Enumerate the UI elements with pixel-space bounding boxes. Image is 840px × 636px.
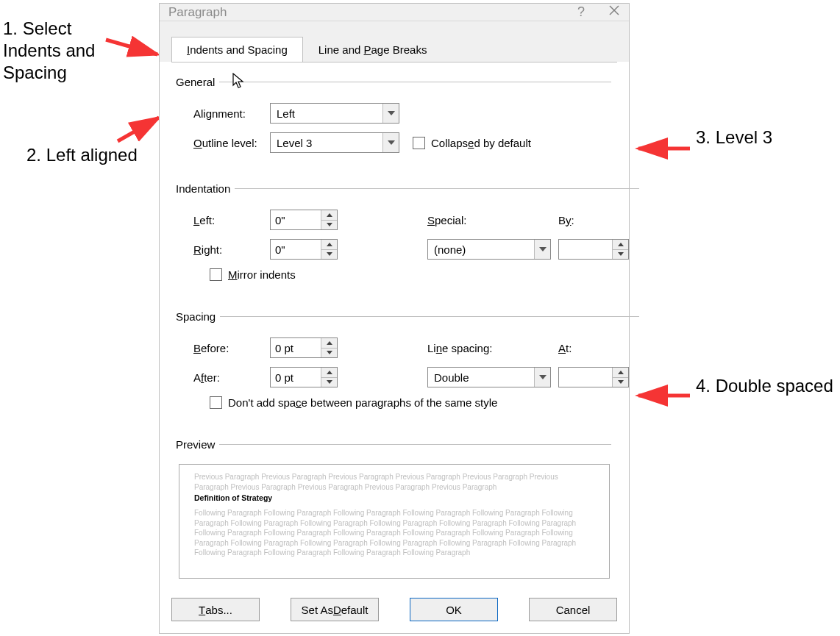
special-combo[interactable]: (none) (427, 239, 551, 260)
set-default-button[interactable]: Set As Default (291, 598, 379, 621)
dialog-title: Paragraph (168, 5, 227, 20)
collapsed-label: Collapsed by default (431, 137, 531, 149)
tab-line-page-breaks[interactable]: Line and Page Breaks (303, 37, 443, 62)
spinner-down-icon[interactable] (321, 250, 337, 260)
mirror-checkbox[interactable]: Mirror indents (210, 268, 296, 281)
tab-row: Indents and Spacing Line and Page Breaks (160, 21, 629, 62)
by-label: By: (558, 214, 574, 226)
special-label: Special: (427, 214, 466, 226)
svg-line-0 (106, 40, 157, 54)
preview-sample-text: Definition of Strategy (194, 493, 594, 502)
help-icon[interactable]: ? (577, 4, 585, 20)
spinner-up-icon[interactable] (321, 210, 337, 221)
outline-combo[interactable]: Level 3 (270, 132, 399, 153)
cancel-button[interactable]: Cancel (529, 598, 617, 621)
annotation-4: 4. Double spaced (696, 375, 833, 397)
indent-left-label: Left: (193, 214, 270, 226)
before-label: Before: (193, 342, 270, 354)
tabs-button[interactable]: Tabs... (171, 598, 260, 621)
line-spacing-combo[interactable]: Double (427, 367, 551, 387)
arrow-3-icon (634, 143, 693, 160)
ok-button[interactable]: OK (410, 598, 498, 621)
tab-indents-spacing[interactable]: Indents and Spacing (171, 37, 303, 62)
special-value: (none) (428, 243, 534, 256)
line-spacing-label: Line spacing: (427, 342, 492, 354)
legend-spacing: Spacing (176, 310, 220, 323)
noaddspace-label: Don't add space between paragraphs of th… (228, 396, 497, 409)
chevron-down-icon[interactable] (534, 240, 550, 259)
at-spinner[interactable] (558, 367, 629, 387)
legend-preview: Preview (176, 438, 219, 451)
noaddspace-checkbox[interactable]: Don't add space between paragraphs of th… (210, 396, 497, 409)
dialog-footer: Tabs... Set As Default OK Cancel (160, 587, 629, 633)
outline-value: Level 3 (271, 137, 382, 149)
section-spacing: Spacing Before: 0 pt Line spacing: At: A… (177, 310, 639, 418)
collapsed-checkbox[interactable]: Collapsed by default (413, 137, 531, 149)
annotation-1: 1. Select Indents and Spacing (3, 18, 95, 84)
spinner-down-icon[interactable] (321, 221, 337, 230)
by-value (559, 240, 612, 259)
cursor-icon (232, 73, 245, 91)
legend-indentation: Indentation (176, 182, 235, 195)
tab-indents-label: ndents and Spacing (190, 43, 288, 56)
title-bar: Paragraph ? (160, 4, 629, 21)
by-spinner[interactable] (558, 239, 629, 260)
alignment-combo[interactable]: Left (270, 103, 399, 124)
before-value: 0 pt (271, 338, 321, 357)
preview-following-text: Following Paragraph Following Paragraph … (194, 508, 594, 558)
arrow-4-icon (634, 390, 693, 407)
chevron-down-icon[interactable] (382, 104, 399, 123)
mirror-label: Mirror indents (228, 268, 296, 281)
spinner-up-icon[interactable] (613, 240, 628, 250)
spinner-up-icon[interactable] (321, 368, 337, 378)
spinner-down-icon[interactable] (321, 378, 337, 387)
indent-right-label: Right: (193, 243, 270, 256)
spinner-up-icon[interactable] (321, 240, 337, 250)
chevron-down-icon[interactable] (382, 133, 399, 152)
alignment-label: Alignment: (193, 107, 270, 120)
close-icon[interactable] (608, 4, 620, 20)
chevron-down-icon[interactable] (534, 368, 550, 387)
arrow-1-icon (106, 40, 165, 79)
at-label: At: (558, 342, 572, 354)
indent-left-value: 0" (271, 210, 321, 229)
after-spinner[interactable]: 0 pt (270, 367, 338, 387)
spinner-down-icon[interactable] (613, 378, 628, 387)
alignment-value: Left (271, 107, 382, 120)
section-preview: Preview Previous Paragraph Previous Para… (177, 438, 611, 579)
at-value (559, 368, 612, 387)
indent-right-spinner[interactable]: 0" (270, 239, 338, 260)
legend-general: General (176, 76, 219, 88)
indent-left-spinner[interactable]: 0" (270, 210, 338, 230)
after-value: 0 pt (271, 368, 321, 387)
annotation-3: 3. Level 3 (696, 126, 772, 149)
line-spacing-value: Double (428, 371, 534, 384)
spinner-up-icon[interactable] (321, 338, 337, 349)
spinner-down-icon[interactable] (321, 349, 337, 358)
outline-label: Outline level: (193, 137, 270, 149)
svg-line-1 (118, 118, 159, 141)
indent-right-value: 0" (271, 240, 321, 259)
checkbox-icon (210, 396, 222, 409)
dialog-content: General Alignment: Left Outline level: L… (171, 62, 617, 587)
spinner-up-icon[interactable] (613, 368, 628, 378)
preview-previous-text: Previous Paragraph Previous Paragraph Pr… (194, 472, 594, 492)
checkbox-icon (210, 268, 222, 281)
spinner-down-icon[interactable] (613, 250, 628, 260)
before-spinner[interactable]: 0 pt (270, 337, 338, 358)
checkbox-icon (413, 137, 425, 149)
paragraph-dialog: Paragraph ? Indents and Spacing Line and… (159, 3, 630, 634)
preview-box: Previous Paragraph Previous Paragraph Pr… (179, 464, 610, 579)
after-label: After: (193, 371, 270, 384)
section-indentation: Indentation Left: 0" Special: By: Right:… (177, 182, 639, 290)
